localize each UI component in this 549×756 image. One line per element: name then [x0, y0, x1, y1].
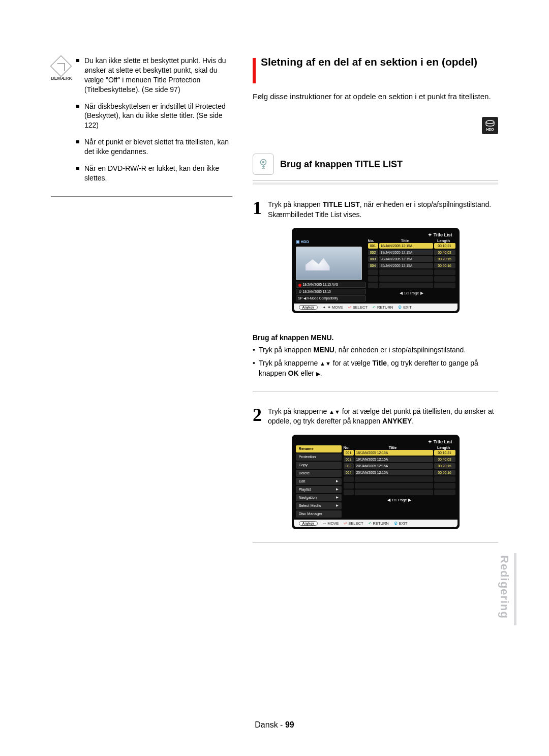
- step-1-body: Tryk på knappen TITLE LIST, når enheden …: [268, 200, 491, 220]
- osd-title: Title List: [428, 439, 452, 444]
- note-icon: [50, 55, 72, 77]
- title-rows: 00118/JAN/2005 12:15A00:10:21 00219/JAN/…: [368, 243, 455, 288]
- screenshot-title-list: Title List ▣ HDD 18/JAN/2005 12:15 AVS ⏱…: [292, 228, 460, 313]
- subsection-heading: Brug af knappen TITLE LIST: [280, 159, 403, 170]
- info-line: SP ◀ V-Mode Compatibility: [296, 295, 366, 301]
- svg-point-2: [262, 161, 264, 163]
- remote-icon: [253, 154, 274, 175]
- menu-item: Playlist: [296, 486, 342, 493]
- step-number-2: 2: [253, 407, 262, 427]
- section-heading: Sletning af en del af en sektion i en (o…: [261, 56, 477, 68]
- info-line: 18/JAN/2005 12:15 AVS: [296, 282, 366, 287]
- menu-item: Copy: [296, 462, 342, 469]
- pager: ◀ 1/1 Page ▶: [368, 289, 455, 297]
- hdd-icon: HDD: [482, 117, 498, 134]
- menu-item: Delete: [296, 470, 342, 477]
- note-icon-column: BEMÆRK: [51, 56, 71, 190]
- svg-point-0: [486, 120, 494, 124]
- context-menu: Rename Protection Copy Delete Edit Playl…: [296, 445, 342, 519]
- divider: [253, 183, 498, 185]
- hdd-label: HDD: [486, 128, 494, 131]
- step-number-1: 1: [253, 200, 262, 220]
- menu-item: Rename: [296, 445, 342, 452]
- note-item: Når et punkt er blevet slettet fra titel…: [76, 137, 232, 157]
- page-footer: Dansk - 99: [0, 720, 549, 730]
- note-item: Du kan ikke slette et beskyttet punkt. H…: [76, 56, 232, 95]
- section-marker: [253, 58, 256, 83]
- menu-subhead: Brug af knappen MENU.: [253, 334, 498, 342]
- divider: [253, 391, 498, 391]
- info-line: ⏱ 18/JAN/2005 12:15: [296, 289, 366, 294]
- menu-item: Disc Manager: [296, 510, 342, 518]
- osd-title: Title List: [428, 232, 452, 237]
- note-list: Du kan ikke slette et beskyttet punkt. H…: [76, 56, 232, 190]
- menu-item: Protection: [296, 453, 342, 461]
- side-tab: Redigering: [498, 555, 511, 619]
- divider: [253, 180, 498, 181]
- divider: [51, 196, 232, 197]
- divider: [253, 542, 498, 543]
- step-2-body: Tryk på knapperne for at vælge det punkt…: [268, 407, 498, 427]
- menu-item: Edit: [296, 478, 342, 485]
- menu-item: Select Media: [296, 502, 342, 509]
- side-tab-strip: [514, 553, 516, 625]
- screenshot-anykey-menu: Title List Rename Protection Copy Delete…: [292, 435, 460, 529]
- anykey-pill: Anykey: [299, 305, 318, 310]
- menu-steps: Tryk på knappen MENU, når enheden er i s…: [253, 345, 498, 379]
- note-item: Når en DVD-RW/-R er lukket, kan den ikke…: [76, 164, 232, 183]
- section-intro: Følg disse instruktioner for at opdele e…: [253, 92, 498, 102]
- note-item: Når diskbeskyttelsen er indstillet til P…: [76, 102, 232, 131]
- menu-item: Navigation: [296, 494, 342, 501]
- thumbnail: [296, 247, 362, 280]
